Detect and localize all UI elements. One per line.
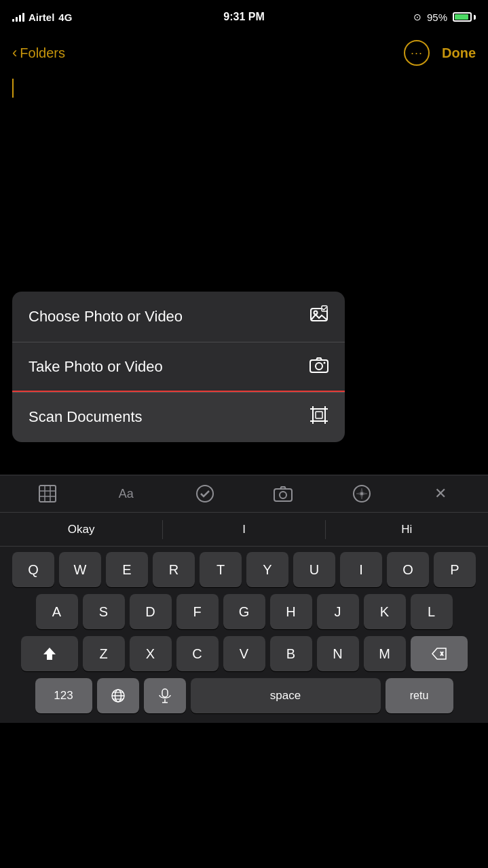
status-bar: Airtel 4G 9:31 PM ⊙ 95% (0, 0, 488, 34)
shift-key[interactable] (21, 636, 78, 671)
more-dots-icon: ··· (411, 47, 423, 59)
predictive-word-okay[interactable]: Okay (0, 523, 162, 536)
camera-toolbar-button[interactable] (268, 479, 298, 509)
text-cursor (12, 79, 14, 98)
scan-documents-label: Scan Documents (29, 408, 143, 426)
svg-point-4 (316, 363, 322, 370)
formatting-toolbar: Aa ✕ (0, 475, 488, 513)
svg-point-21 (197, 486, 213, 502)
backspace-key[interactable] (411, 636, 468, 671)
key-y[interactable]: Y (246, 552, 288, 587)
choose-photo-video-label: Choose Photo or Video (29, 308, 183, 326)
scan-document-icon (309, 406, 329, 429)
predictive-word-i[interactable]: I (163, 523, 325, 536)
close-toolbar-button[interactable]: ✕ (426, 479, 455, 509)
camera-icon (309, 355, 329, 378)
svg-rect-7 (316, 412, 322, 418)
compass-button[interactable] (347, 479, 377, 509)
space-key[interactable]: space (191, 678, 381, 713)
keyboard-row-1: Q W E R T Y U I O P (3, 552, 485, 587)
microphone-key[interactable] (144, 678, 186, 713)
svg-point-27 (360, 492, 363, 495)
choose-photo-video-item[interactable]: Choose Photo or Video (12, 292, 345, 342)
key-b[interactable]: B (270, 636, 312, 671)
table-icon (38, 484, 57, 503)
note-content-area[interactable] (0, 72, 488, 282)
predictive-bar: Okay I Hi (0, 513, 488, 547)
carrier-name: Airtel (29, 12, 54, 23)
key-t[interactable]: T (200, 552, 242, 587)
key-c[interactable]: C (176, 636, 219, 671)
svg-marker-28 (43, 648, 56, 660)
done-button[interactable]: Done (442, 45, 476, 61)
key-n[interactable]: N (317, 636, 359, 671)
key-j[interactable]: J (317, 594, 359, 629)
key-l[interactable]: L (411, 594, 453, 629)
key-p[interactable]: P (434, 552, 476, 587)
key-o[interactable]: O (387, 552, 429, 587)
status-indicators: ⊙ 95% (413, 12, 476, 23)
take-photo-video-label: Take Photo or Video (29, 358, 163, 376)
numbers-key[interactable]: 123 (35, 678, 92, 713)
key-d[interactable]: D (130, 594, 172, 629)
key-g[interactable]: G (223, 594, 265, 629)
carrier-info: Airtel 4G (12, 12, 72, 23)
more-button[interactable]: ··· (404, 40, 430, 66)
close-icon: ✕ (434, 485, 447, 502)
scan-documents-item[interactable]: Scan Documents (12, 392, 345, 442)
predictive-word-hi[interactable]: Hi (326, 523, 488, 536)
key-h[interactable]: H (270, 594, 312, 629)
camera-toolbar-icon (274, 484, 293, 503)
keyboard-row-2: A S D F G H J K L (3, 594, 485, 629)
key-u[interactable]: U (293, 552, 335, 587)
nav-right-actions: ··· Done (404, 40, 476, 66)
table-button[interactable] (33, 479, 62, 509)
signal-icon (12, 12, 24, 22)
key-w[interactable]: W (59, 552, 101, 587)
key-a[interactable]: A (36, 594, 78, 629)
format-text-icon: Aa (119, 487, 134, 501)
context-menu: Choose Photo or Video Take Photo or Vide… (12, 292, 345, 442)
take-photo-video-item[interactable]: Take Photo or Video (12, 342, 345, 392)
key-e[interactable]: E (106, 552, 148, 587)
key-i[interactable]: I (340, 552, 382, 587)
svg-point-23 (280, 492, 286, 498)
back-label: Folders (20, 45, 65, 61)
svg-rect-16 (39, 486, 56, 502)
compass-icon (352, 484, 371, 503)
network-type: 4G (58, 12, 72, 23)
keyboard-row-4: 123 space retu (3, 678, 485, 713)
photo-library-icon (309, 305, 329, 328)
lock-icon: ⊙ (413, 12, 421, 22)
keyboard: Q W E R T Y U I O P A S D F G H J K L Z … (0, 547, 488, 723)
battery-icon (453, 12, 476, 22)
key-z[interactable]: Z (83, 636, 125, 671)
format-text-button[interactable]: Aa (111, 479, 141, 509)
svg-rect-6 (313, 409, 325, 421)
key-m[interactable]: M (364, 636, 406, 671)
back-button[interactable]: ‹ Folders (12, 44, 65, 62)
battery-percent: 95% (427, 12, 447, 23)
keyboard-row-3: Z X C V B N M (3, 636, 485, 671)
svg-point-5 (324, 362, 326, 364)
key-v[interactable]: V (223, 636, 265, 671)
chevron-left-icon: ‹ (12, 44, 17, 62)
svg-rect-3 (310, 360, 328, 372)
key-r[interactable]: R (153, 552, 195, 587)
globe-key[interactable] (97, 678, 139, 713)
nav-bar: ‹ Folders ··· Done (0, 34, 488, 72)
svg-rect-36 (162, 689, 168, 697)
return-key[interactable]: retu (386, 678, 453, 713)
key-f[interactable]: F (176, 594, 219, 629)
time-display: 9:31 PM (223, 11, 264, 23)
key-s[interactable]: S (83, 594, 125, 629)
checklist-button[interactable] (190, 479, 220, 509)
key-k[interactable]: K (364, 594, 406, 629)
checklist-icon (195, 484, 214, 503)
svg-rect-22 (274, 489, 292, 501)
key-q[interactable]: Q (12, 552, 54, 587)
key-x[interactable]: X (130, 636, 172, 671)
